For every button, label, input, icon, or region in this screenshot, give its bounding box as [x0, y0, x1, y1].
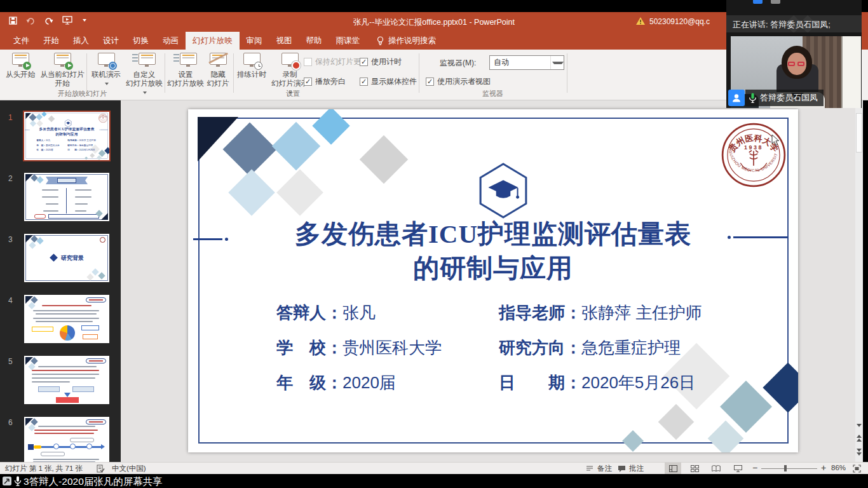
- tab-insert[interactable]: 插入: [66, 32, 96, 50]
- normal-view-button[interactable]: [665, 463, 681, 474]
- zoom-in-button[interactable]: +: [821, 463, 826, 473]
- info-research-direction[interactable]: 研究方向：急危重症护理: [67, 144, 93, 147]
- graduation-cap-hexagon-icon: [65, 119, 72, 127]
- title-decoration-line: [193, 238, 222, 240]
- speaking-text: 正在讲话: 答辩委员石国凤;: [733, 19, 831, 30]
- slide-canvas: 贵州医科大学 1938 GUIZHOU MEDICAL UNIVERSITY 多…: [188, 109, 798, 452]
- tab-home[interactable]: 开始: [36, 32, 66, 50]
- spell-check-icon[interactable]: [97, 464, 105, 473]
- person-icon: [731, 93, 742, 103]
- mini-header-pill: [86, 358, 106, 363]
- zoom-out-button[interactable]: −: [752, 463, 757, 473]
- show-media-controls-checkbox[interactable]: ✓显示媒体控件: [360, 76, 417, 87]
- info-date[interactable]: 日 期：2020年5月26日: [499, 372, 695, 394]
- thumbnail-slide-1[interactable]: 贵州医科大学 1938 GUIZHOU MEDICAL UNIVERSITY 多…: [24, 112, 109, 160]
- previous-slide-button[interactable]: [855, 433, 863, 443]
- graduation-cap-hexagon-icon: [477, 161, 529, 220]
- reading-view-button[interactable]: [708, 463, 724, 474]
- diamond-decoration: [85, 157, 88, 160]
- share-screen-icon[interactable]: [2, 476, 12, 486]
- group-separator: [419, 53, 419, 93]
- play-narrations-checkbox[interactable]: ✓播放旁白: [304, 76, 346, 87]
- thumbnail-slide-3[interactable]: 研究背景: [24, 234, 109, 282]
- mini-label-pill: [41, 452, 65, 456]
- monitor-label: 监视器(M):: [440, 58, 476, 69]
- notes-button[interactable]: 备注: [597, 464, 612, 473]
- account-email[interactable]: 502309120@qq.c: [649, 17, 710, 26]
- thumbnail-slide-2[interactable]: [24, 173, 109, 221]
- tab-animations[interactable]: 动画: [156, 32, 186, 50]
- slide-title-line2[interactable]: 的研制与应用: [28, 132, 106, 137]
- mouse-cursor: [771, 135, 781, 146]
- tab-rain-classroom[interactable]: 雨课堂: [329, 32, 367, 50]
- comments-icon: [618, 465, 626, 473]
- logo-year: 1938: [102, 117, 104, 118]
- participant-mic-icon: [749, 93, 757, 104]
- mini-banner-box: [57, 178, 76, 183]
- meeting-video-indicator-icon[interactable]: [771, 0, 780, 4]
- next-slide-button[interactable]: [855, 447, 863, 457]
- info-school[interactable]: 学 校：贵州医科大学: [36, 144, 59, 147]
- vertical-scrollbar[interactable]: [855, 100, 863, 462]
- zoom-level[interactable]: 86%: [831, 464, 846, 471]
- mini-flow-box: [72, 386, 94, 392]
- zoom-slider-thumb[interactable]: [784, 465, 787, 471]
- language-indicator[interactable]: 中文(中国): [112, 464, 146, 473]
- use-presenter-view-checkbox[interactable]: ✓使用演示者视图: [426, 76, 491, 87]
- use-timings-checkbox[interactable]: ✓使用计时: [360, 57, 402, 67]
- info-supervisor[interactable]: 指导老师：张静萍 主任护师: [499, 302, 702, 324]
- mini-center-line: [66, 188, 67, 214]
- scrollbar-thumb[interactable]: [856, 113, 862, 152]
- slide-title-line1[interactable]: 多发伤患者ICU护理监测评估量表: [214, 219, 773, 249]
- keep-slides-updated-checkbox[interactable]: 保持幻灯片更新: [304, 57, 369, 67]
- info-school[interactable]: 学 校：贵州医科大学: [276, 337, 442, 359]
- tab-design[interactable]: 设计: [96, 32, 126, 50]
- slide-counter[interactable]: 幻灯片 第 1 张, 共 71 张: [5, 464, 83, 473]
- mini-callout-orange: [83, 334, 98, 339]
- info-grade[interactable]: 年 级：2020届: [276, 372, 396, 394]
- info-defender[interactable]: 答辩人：张凡: [36, 139, 50, 142]
- slide-number: 2: [8, 174, 13, 183]
- warning-icon[interactable]: [635, 17, 646, 25]
- slide-title-line2[interactable]: 的研制与应用: [214, 253, 773, 283]
- tab-slideshow[interactable]: 幻灯片放映: [186, 32, 240, 50]
- tab-view[interactable]: 视图: [269, 32, 299, 50]
- tab-file[interactable]: 文件: [6, 32, 36, 50]
- mini-timeline-node: [70, 444, 76, 449]
- info-date[interactable]: 日 期：2020年5月26日: [67, 149, 95, 152]
- thumbnail-slide-4[interactable]: [24, 295, 109, 343]
- title-decoration-dot: [225, 238, 228, 241]
- meeting-audio-indicator-icon[interactable]: [753, 0, 763, 4]
- fit-to-window-icon[interactable]: [853, 464, 861, 473]
- participant-name: 答辩委员石国凤: [760, 92, 818, 104]
- tab-help[interactable]: 帮助: [299, 32, 329, 50]
- thumbnail-slide-6[interactable]: [24, 417, 109, 462]
- thumbnail-slide-5[interactable]: [24, 356, 109, 404]
- start-group-label: 开始放映幻灯片: [0, 89, 165, 98]
- info-research-direction[interactable]: 研究方向：急危重症护理: [499, 337, 681, 359]
- rehearse-timings-icon: [240, 52, 263, 69]
- comments-button[interactable]: 批注: [629, 464, 644, 473]
- mini-header-pill: [86, 419, 106, 424]
- info-supervisor[interactable]: 指导老师：张静萍 主任护师: [67, 139, 96, 142]
- tab-transitions[interactable]: 切换: [126, 32, 156, 50]
- mini-flow-box: [38, 386, 60, 392]
- university-seal-logo: 贵州医科大学 1938 GUIZHOU MEDICAL UNIVERSITY: [721, 122, 787, 188]
- slide-sorter-view-button[interactable]: [686, 463, 703, 474]
- title-decoration-dot: [29, 130, 30, 130]
- slideshow-view-button[interactable]: [729, 463, 746, 474]
- info-defender[interactable]: 答辩人：张凡: [276, 302, 376, 324]
- mini-timeline-node: [53, 444, 59, 449]
- tab-review[interactable]: 审阅: [240, 32, 269, 50]
- slide-number: 5: [8, 357, 13, 366]
- tell-me-search[interactable]: 操作说明搜索: [377, 32, 436, 50]
- monitor-dropdown[interactable]: 自动: [489, 55, 564, 70]
- info-grade[interactable]: 年 级：2020届: [36, 149, 53, 152]
- dropdown-chevron-icon[interactable]: [550, 56, 564, 69]
- scroll-down-button[interactable]: [855, 421, 863, 430]
- microphone-icon[interactable]: [14, 476, 22, 486]
- slide-editing-canvas[interactable]: 贵州医科大学 1938 GUIZHOU MEDICAL UNIVERSITY 多…: [121, 100, 855, 462]
- slide-title-line1[interactable]: 多发伤患者ICU护理监测评估量表: [28, 127, 106, 132]
- participant-avatar-badge[interactable]: [728, 90, 745, 106]
- zoom-slider-track[interactable]: [761, 468, 817, 469]
